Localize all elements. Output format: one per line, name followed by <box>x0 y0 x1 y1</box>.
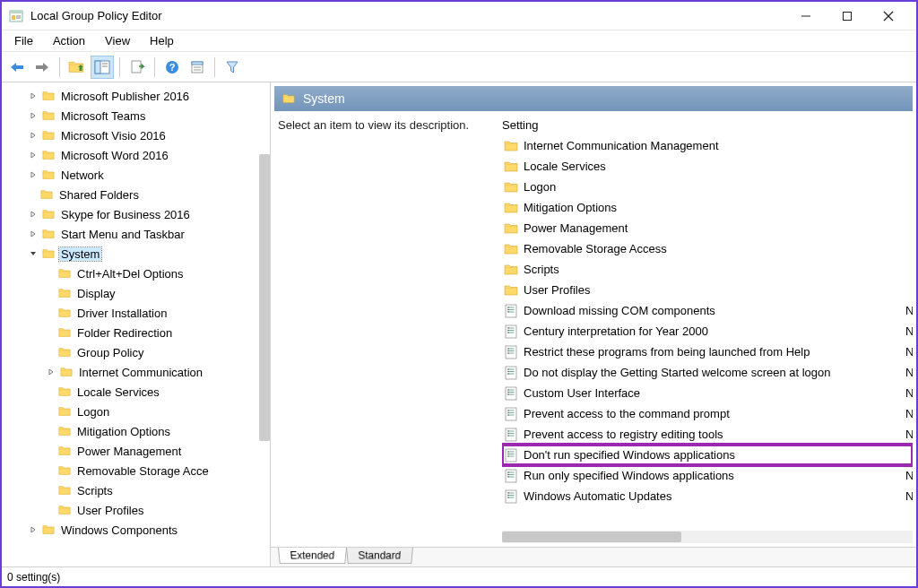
chevron-right-icon[interactable] <box>45 366 57 378</box>
tree-item-label: System <box>59 247 101 261</box>
up-button[interactable] <box>65 56 89 79</box>
setting-folder[interactable]: Power Management <box>502 218 913 238</box>
policy-icon <box>504 407 518 421</box>
maximize-button[interactable] <box>827 3 868 30</box>
chevron-right-icon[interactable] <box>27 523 39 536</box>
export-icon <box>129 59 145 75</box>
tree-item[interactable]: Display <box>2 283 270 303</box>
chevron-right-icon[interactable] <box>27 228 39 240</box>
setting-state: N <box>895 304 913 317</box>
setting-name: Restrict these programs from being launc… <box>524 345 895 359</box>
tree-item[interactable]: Skype for Business 2016 <box>2 204 270 224</box>
tree-item[interactable]: Power Management <box>2 441 270 461</box>
tree-item[interactable]: User Profiles <box>2 500 270 520</box>
settings-list[interactable]: Internet Communication ManagementLocale … <box>502 135 913 529</box>
tree-item[interactable]: Scripts <box>2 480 270 500</box>
chevron-right-icon[interactable] <box>27 208 39 220</box>
policy-icon <box>504 448 518 463</box>
tree-item[interactable]: Folder Redirection <box>2 323 270 342</box>
toolbar-separator <box>154 57 155 77</box>
tree-item[interactable]: Microsoft Teams <box>2 106 270 125</box>
setting-name: Do not display the Getting Started welco… <box>524 366 895 379</box>
menu-help[interactable]: Help <box>141 32 183 49</box>
h-scroll-thumb[interactable] <box>502 532 681 542</box>
app-icon <box>9 9 23 23</box>
setting-policy[interactable]: Custom User InterfaceN <box>502 383 913 403</box>
tree-item[interactable]: Network <box>2 165 270 185</box>
show-tree-button[interactable] <box>91 56 114 79</box>
menu-file[interactable]: File <box>5 32 42 49</box>
tree-item[interactable]: Ctrl+Alt+Del Options <box>2 264 270 283</box>
close-button[interactable] <box>868 3 909 30</box>
setting-folder[interactable]: Scripts <box>502 259 913 280</box>
setting-policy[interactable]: Download missing COM componentsN <box>502 300 913 321</box>
setting-folder[interactable]: User Profiles <box>502 280 913 300</box>
help-icon: ? <box>164 59 180 75</box>
description-column: Select an item to view its description. <box>278 118 502 543</box>
tree-item[interactable]: Microsoft Word 2016 <box>2 145 270 165</box>
svg-text:?: ? <box>169 62 176 73</box>
settings-header[interactable]: Setting <box>502 118 913 135</box>
chevron-right-icon[interactable] <box>27 90 39 102</box>
export-button[interactable] <box>126 56 149 79</box>
chevron-right-icon[interactable] <box>27 169 39 181</box>
folder-icon <box>57 504 72 516</box>
folder-icon <box>41 247 56 260</box>
folder-up-icon <box>68 59 86 75</box>
setting-policy[interactable]: Prevent access to the command promptN <box>502 403 913 424</box>
horizontal-scrollbar[interactable] <box>502 531 913 543</box>
chevron-right-icon[interactable] <box>27 129 39 142</box>
setting-policy[interactable]: Do not display the Getting Started welco… <box>502 362 913 383</box>
setting-policy[interactable]: Windows Automatic UpdatesN <box>502 486 913 506</box>
setting-folder[interactable]: Logon <box>502 177 913 197</box>
setting-folder[interactable]: Mitigation Options <box>502 197 913 218</box>
setting-state: N <box>895 489 913 503</box>
folder-icon <box>504 139 518 153</box>
folder-icon <box>41 523 56 536</box>
folder-icon <box>57 425 72 437</box>
tree-item[interactable]: Windows Components <box>2 520 270 540</box>
tree-item[interactable]: Internet Communication <box>2 362 270 382</box>
setting-policy[interactable]: Restrict these programs from being launc… <box>502 342 913 362</box>
folder-icon <box>57 326 72 339</box>
tree-item[interactable]: Shared Folders <box>2 185 270 204</box>
chevron-right-icon[interactable] <box>27 109 39 122</box>
filter-button[interactable] <box>221 56 244 79</box>
tree-item[interactable]: Group Policy <box>2 342 270 362</box>
tree-item[interactable]: Driver Installation <box>2 303 270 323</box>
tree-item-label: Driver Installation <box>75 307 169 320</box>
back-button[interactable] <box>5 56 29 79</box>
folder-icon <box>504 201 518 215</box>
tree-item[interactable]: Locale Services <box>2 382 270 402</box>
setting-policy[interactable]: Century interpretation for Year 2000N <box>502 321 913 342</box>
tree-scrollbar-thumb[interactable] <box>259 154 270 441</box>
tab-standard[interactable]: Standard <box>346 548 413 564</box>
menu-action[interactable]: Action <box>44 32 94 49</box>
setting-folder[interactable]: Internet Communication Management <box>502 135 913 156</box>
tree-item[interactable]: Logon <box>2 402 270 421</box>
tree-item-label: Folder Redirection <box>75 326 174 340</box>
tree-item[interactable]: Start Menu and Taskbar <box>2 224 270 244</box>
minimize-button[interactable] <box>785 3 827 30</box>
tree-panel[interactable]: Microsoft Publisher 2016Microsoft TeamsM… <box>2 82 271 566</box>
tree-item[interactable]: Mitigation Options <box>2 421 270 441</box>
setting-policy[interactable]: Don't run specified Windows applications <box>502 445 913 465</box>
chevron-down-icon[interactable] <box>27 247 39 260</box>
forward-button[interactable] <box>30 56 54 79</box>
tree-item[interactable]: Microsoft Publisher 2016 <box>2 86 270 106</box>
tree-item[interactable]: Removable Storage Acce <box>2 461 270 480</box>
tree-item[interactable]: Microsoft Visio 2016 <box>2 125 270 145</box>
setting-folder[interactable]: Locale Services <box>502 156 913 177</box>
setting-state: N <box>895 345 913 359</box>
tab-extended[interactable]: Extended <box>278 548 347 564</box>
setting-policy[interactable]: Run only specified Windows applicationsN <box>502 465 913 486</box>
setting-policy[interactable]: Prevent access to registry editing tools… <box>502 424 913 445</box>
properties-button[interactable] <box>186 56 209 79</box>
chevron-right-icon[interactable] <box>27 149 39 161</box>
tree-item[interactable]: System <box>2 244 270 264</box>
help-button[interactable]: ? <box>160 56 184 79</box>
setting-folder[interactable]: Removable Storage Access <box>502 238 913 259</box>
folder-icon <box>57 464 72 477</box>
tree-item-label: Removable Storage Acce <box>75 464 211 478</box>
menu-view[interactable]: View <box>96 32 139 49</box>
